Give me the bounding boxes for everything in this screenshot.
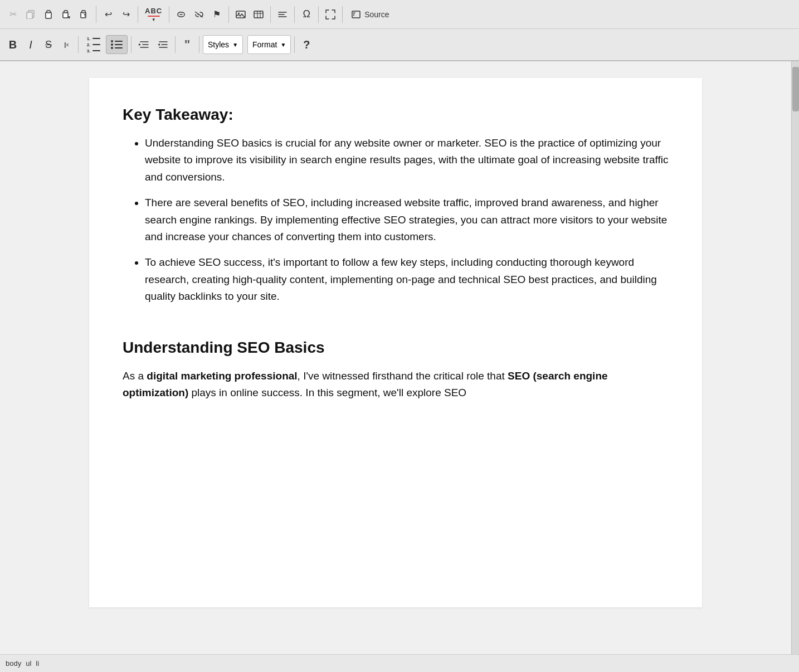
special-chars-button[interactable]: Ω	[298, 5, 315, 24]
format-dropdown[interactable]: Format ▼	[247, 35, 291, 54]
body-bold1: digital marketing professional	[147, 370, 297, 382]
list-item: Understanding SEO basics is crucial for …	[145, 135, 669, 186]
svg-rect-20	[352, 11, 360, 18]
outdent-button[interactable]	[154, 35, 172, 54]
list-item: To achieve SEO success, it's important t…	[145, 254, 669, 305]
editor-main: Key Takeaway: Understanding SEO basics i…	[0, 61, 791, 654]
key-takeaway-list: Understanding SEO basics is crucial for …	[123, 135, 669, 305]
editor-wrapper: ✂ ▼ T ↩	[0, 0, 799, 672]
align-button[interactable]	[274, 5, 291, 24]
svg-rect-5	[64, 11, 67, 13]
spellcheck-icon: ABC ▼	[145, 7, 162, 22]
svg-rect-8	[82, 11, 85, 13]
link-button[interactable]	[173, 5, 189, 24]
image-button[interactable]	[232, 5, 249, 24]
separator3	[169, 6, 169, 23]
ul-icon	[110, 39, 124, 50]
toolbar-row1: ✂ ▼ T ↩	[0, 0, 799, 29]
separator2	[138, 6, 138, 23]
redo-button[interactable]: ↪	[118, 5, 134, 24]
editor-content-area: Key Takeaway: Understanding SEO basics i…	[0, 61, 799, 654]
bold-button[interactable]: B	[4, 35, 21, 54]
anchor-button[interactable]: ⚑	[208, 5, 225, 24]
separator5	[270, 6, 271, 23]
italic-button[interactable]: I	[22, 35, 39, 54]
styles-arrow-icon: ▼	[232, 42, 238, 48]
separator10	[131, 36, 131, 53]
toolbar-row2: B I S Ix 1. 2. 3.	[0, 29, 799, 61]
section2-title: Understanding SEO Basics	[123, 339, 669, 357]
separator9	[78, 36, 79, 53]
cut-button[interactable]: ✂	[4, 5, 21, 24]
svg-rect-3	[47, 11, 50, 13]
paste-special-button[interactable]: ▼	[58, 5, 75, 24]
format-arrow-icon: ▼	[280, 42, 286, 48]
separator1	[96, 6, 96, 23]
separator12	[199, 36, 199, 53]
styles-dropdown[interactable]: Styles ▼	[203, 35, 243, 54]
strikethrough-button[interactable]: S	[40, 35, 57, 54]
unlink-button[interactable]	[191, 5, 207, 24]
separator13	[294, 36, 295, 53]
status-bar: body ul li	[0, 654, 799, 672]
separator11	[175, 36, 176, 53]
body-text-mid: , I've witnessed firsthand the critical …	[298, 370, 508, 382]
section1-title: Key Takeaway:	[123, 106, 669, 124]
editor-page[interactable]: Key Takeaway: Understanding SEO basics i…	[89, 78, 702, 607]
spellcheck-button[interactable]: ABC ▼	[142, 5, 165, 24]
ol-icon: 1. 2. 3.	[85, 35, 101, 55]
status-ul[interactable]: ul	[26, 659, 31, 668]
spacer	[123, 316, 669, 339]
svg-text:T: T	[84, 13, 86, 17]
svg-text:▼: ▼	[67, 15, 71, 19]
blockquote-button[interactable]: "	[179, 35, 196, 54]
table-button[interactable]	[250, 5, 267, 24]
help-button[interactable]: ?	[298, 35, 315, 54]
body-text-end: plays in online success. In this segment…	[188, 387, 466, 398]
separator8	[342, 6, 343, 23]
separator6	[294, 6, 295, 23]
paste-button[interactable]	[40, 5, 57, 24]
svg-rect-1	[27, 12, 32, 19]
undo-button[interactable]: ↩	[100, 5, 116, 24]
body-text-prefix: As a	[123, 370, 147, 382]
status-li[interactable]: li	[36, 659, 39, 668]
copy-button[interactable]	[22, 5, 39, 24]
clear-format-button[interactable]: Ix	[58, 35, 75, 54]
list-item: There are several benefits of SEO, inclu…	[145, 194, 669, 245]
ordered-list-button[interactable]: 1. 2. 3.	[82, 35, 105, 54]
paste-text-button[interactable]: T	[76, 5, 92, 24]
svg-rect-13	[254, 11, 263, 18]
separator7	[318, 6, 319, 23]
indent-button[interactable]	[135, 35, 153, 54]
scrollbar-track[interactable]	[791, 61, 799, 654]
scrollbar-thumb[interactable]	[792, 67, 799, 111]
unordered-list-button[interactable]	[106, 35, 128, 54]
body-paragraph: As a digital marketing professional, I'v…	[123, 368, 669, 402]
source-label: Source	[364, 10, 389, 19]
fullscreen-button[interactable]	[322, 5, 339, 24]
source-button[interactable]: Source	[346, 5, 394, 24]
status-body[interactable]: body	[6, 659, 21, 668]
separator4	[228, 6, 229, 23]
svg-point-12	[238, 12, 240, 14]
